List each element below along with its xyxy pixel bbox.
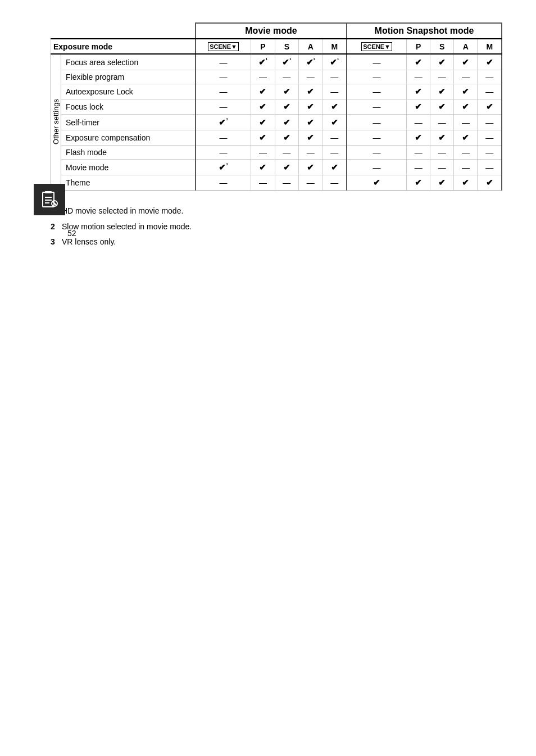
movie-cell: — (196, 175, 251, 191)
motion-cell: ✔ (478, 54, 502, 70)
check-value: ✔ (259, 162, 266, 172)
movie-cell: — (322, 175, 347, 191)
scene-icon-movie: SCENE▼ (208, 42, 239, 51)
check-value: ✔¹ (306, 57, 315, 67)
motion-cell: — (347, 115, 407, 130)
motion-cell: — (454, 160, 478, 175)
movie-cell: — (275, 175, 298, 191)
dash-value: — (415, 73, 423, 82)
check-value: ✔ (438, 102, 446, 111)
motion-cell: ✔ (454, 84, 478, 99)
motion-cell: ✔ (478, 99, 502, 115)
dash-value: — (330, 133, 338, 142)
motion-cell: — (347, 99, 407, 115)
motion-cell: — (478, 146, 502, 160)
movie-cell: — (299, 175, 322, 191)
dash-value: — (283, 178, 290, 187)
movie-cell: ✔ (275, 115, 298, 130)
row-label: Self-timer (61, 115, 196, 130)
check-value: ✔ (438, 57, 446, 67)
motion-cell: ✔ (454, 54, 478, 70)
motion-cell: — (407, 70, 430, 84)
table-row: Other settingsFocus area selection—✔¹✔¹✔… (51, 54, 502, 70)
dash-value: — (373, 73, 381, 82)
motion-cell: — (454, 70, 478, 84)
motion-cell: — (430, 160, 454, 175)
footnote-item: 2Slow motion selected in movie mode. (51, 220, 502, 234)
motion-cell: — (407, 146, 430, 160)
movie-cell: ✔¹ (299, 54, 322, 70)
motion-cell: ✔ (454, 130, 478, 146)
table-row: Theme—————✔✔✔✔✔ (51, 175, 502, 191)
motion-cell: ✔ (430, 54, 454, 70)
motion-cell: — (347, 160, 407, 175)
row-label: Autoexposure Lock (61, 84, 196, 99)
motion-cell: — (478, 115, 502, 130)
motion-cell: — (430, 115, 454, 130)
dash-value: — (220, 73, 228, 82)
row-label: Movie mode (61, 160, 196, 175)
movie-cell: — (196, 70, 251, 84)
motion-cell: — (347, 84, 407, 99)
motion-cell: — (478, 130, 502, 146)
dash-value: — (485, 133, 493, 142)
dash-value: — (330, 178, 338, 187)
check-value: ✔ (283, 117, 290, 127)
superscript: ¹ (337, 57, 339, 63)
check-value: ✔ (462, 102, 469, 111)
dash-value: — (485, 163, 493, 172)
movie-cell: ✔ (299, 130, 322, 146)
movie-cell: — (322, 146, 347, 160)
dash-value: — (462, 163, 470, 172)
movie-cell: ✔ (322, 115, 347, 130)
movie-cell: — (275, 146, 298, 160)
check-value: ✔ (259, 117, 266, 127)
check-value: ✔ (462, 87, 469, 96)
dash-value: — (373, 133, 381, 142)
motion-cell: ✔ (454, 175, 478, 191)
dash-value: — (220, 58, 228, 67)
movie-cell: ✔ (275, 84, 298, 99)
table-row: Exposure compensation—✔✔✔——✔✔✔— (51, 130, 502, 146)
motion-cell: — (454, 146, 478, 160)
motion-cell: ✔ (407, 84, 430, 99)
movie-cell: — (251, 146, 275, 160)
dash-value: — (373, 87, 381, 96)
check-value: ✔ (259, 133, 266, 142)
check-value: ✔ (331, 162, 338, 172)
dash-value: — (330, 148, 338, 157)
dash-value: — (307, 178, 315, 187)
col-a-motion: A (454, 39, 478, 54)
movie-cell: ✔ (322, 99, 347, 115)
superscript: ¹ (314, 57, 315, 63)
check-value: ✔ (486, 102, 493, 111)
check-value: ✔ (438, 178, 446, 187)
dash-value: — (485, 87, 493, 96)
row-label: Exposure compensation (61, 130, 196, 146)
check-value: ✔ (373, 178, 380, 187)
dash-value: — (373, 163, 381, 172)
check-value: ✔ (462, 57, 469, 67)
movie-cell: ✔ (251, 99, 275, 115)
movie-cell: ✔ (322, 160, 347, 175)
scene-col-movie: SCENE▼ (196, 39, 251, 54)
col-s-motion: S (430, 39, 454, 54)
motion-cell: ✔ (407, 54, 430, 70)
superscript: ¹ (289, 57, 291, 63)
motion-cell: — (347, 130, 407, 146)
dash-value: — (485, 73, 493, 82)
exposure-mode-label: Exposure mode (51, 39, 196, 54)
footnotes: 1HD movie selected in movie mode.2Slow m… (51, 204, 502, 249)
dash-value: — (373, 148, 381, 157)
check-value: ✔ (259, 102, 266, 111)
motion-cell: — (478, 84, 502, 99)
row-label: Theme (61, 175, 196, 191)
motion-cell: ✔ (454, 99, 478, 115)
check-value: ✔¹ (219, 117, 228, 127)
movie-cell: ✔¹ (275, 54, 298, 70)
row-label: Focus area selection (61, 54, 196, 70)
table-row: Flexible program—————————— (51, 70, 502, 84)
other-settings-label: Other settings (51, 54, 61, 191)
dash-value: — (438, 73, 446, 82)
motion-cell: ✔ (407, 130, 430, 146)
